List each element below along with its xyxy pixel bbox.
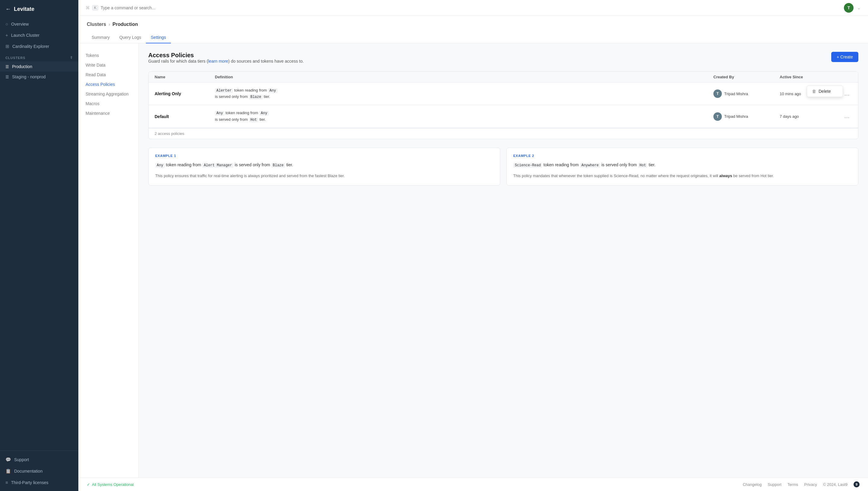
plus-icon: +: [5, 32, 8, 38]
chevron-up-icon: ⇧: [70, 56, 73, 60]
sidebar-bottom: 💬 Support 📋 Documentation ≡ Third-Party …: [0, 451, 78, 491]
settings-layout: Tokens Write Data Read Data Access Polic…: [78, 44, 868, 478]
settings-nav-read-data[interactable]: Read Data: [78, 70, 138, 80]
version: 9: [853, 481, 860, 487]
section-title: Access Policies: [148, 52, 304, 59]
example-rule-2: Science-Read token reading from Anywhere…: [513, 161, 851, 169]
col-actions: [840, 75, 852, 79]
delete-option[interactable]: 🗑 Delete: [807, 86, 843, 97]
sidebar-item-label: Cardinality Explorer: [12, 44, 49, 49]
terms-link[interactable]: Terms: [787, 482, 798, 487]
overview-icon: ○: [5, 21, 8, 27]
sidebar-item-staging[interactable]: ☰ Staging - nonprod: [0, 72, 78, 82]
cluster-label: Staging - nonprod: [12, 75, 46, 79]
section-title-row: Access Policies Guard rails for which da…: [148, 52, 858, 69]
delete-label: Delete: [818, 89, 831, 94]
row-actions: …: [840, 112, 852, 121]
sidebar: ← Levitate ○ Overview + Launch Cluster ⊞…: [0, 0, 78, 491]
check-icon: ✓: [87, 482, 90, 487]
example-badge-1: EXAMPLE 1: [155, 154, 494, 157]
learn-more-link[interactable]: learn more: [208, 59, 228, 63]
more-options-button[interactable]: …: [842, 89, 852, 98]
sidebar-item-label: Launch Cluster: [11, 33, 39, 38]
privacy-link[interactable]: Privacy: [804, 482, 817, 487]
policy-definition: Alerter token reading from Anyis served …: [215, 87, 713, 100]
example-card-1: EXAMPLE 1 Any token reading from Alert M…: [148, 148, 500, 185]
settings-nav-tokens[interactable]: Tokens: [78, 51, 138, 60]
table-row: Default Any token reading from Anyis ser…: [148, 105, 858, 128]
sidebar-item-documentation[interactable]: 📋 Documentation: [0, 465, 78, 477]
sidebar-item-cardinality-explorer[interactable]: ⊞ Cardinality Explorer: [0, 41, 78, 52]
support-link[interactable]: Support: [767, 482, 782, 487]
tab-query-logs[interactable]: Query Logs: [114, 32, 146, 44]
more-options-button[interactable]: …: [842, 112, 852, 121]
copyright: © 2024, Last9: [823, 482, 847, 487]
user-avatar[interactable]: T: [844, 3, 853, 13]
dropdown-menu: 🗑 Delete: [807, 86, 843, 97]
example-card-2: EXAMPLE 2 Science-Read token reading fro…: [506, 148, 858, 185]
col-definition: Definition: [215, 75, 713, 79]
clusters-section-header: CLUSTERS ⇧: [0, 52, 78, 61]
sidebar-item-support[interactable]: 💬 Support: [0, 454, 78, 465]
sidebar-item-label: Documentation: [14, 469, 43, 473]
changelog-link[interactable]: Changelog: [743, 482, 762, 487]
breadcrumb-clusters[interactable]: Clusters: [87, 22, 106, 27]
sidebar-item-launch-cluster[interactable]: + Launch Cluster: [0, 30, 78, 41]
app-logo[interactable]: ← Levitate: [0, 0, 78, 18]
table-header: Name Definition Created By Active Since: [148, 72, 858, 83]
breadcrumb-separator: ›: [109, 22, 110, 27]
create-button[interactable]: + Create: [831, 52, 858, 62]
settings-nav-macros[interactable]: Macros: [78, 99, 138, 109]
status-text: All Systems Operational: [92, 482, 134, 487]
list-icon: ≡: [5, 480, 8, 485]
trash-icon: 🗑: [812, 89, 816, 94]
col-active-since: Active Since: [780, 75, 840, 79]
page-header: Clusters › Production Summary Query Logs…: [78, 16, 868, 44]
example-desc-1: This policy ensures that traffic for rea…: [155, 173, 494, 179]
cluster-icon: ☰: [5, 64, 9, 69]
examples-grid: EXAMPLE 1 Any token reading from Alert M…: [148, 148, 858, 185]
creator-name: Tripad Mishra: [724, 92, 748, 96]
search-area: ⌘ K: [86, 5, 840, 10]
doc-icon: 📋: [5, 468, 11, 474]
sidebar-item-production[interactable]: ☰ Production: [0, 61, 78, 72]
grid-icon: ⊞: [5, 44, 9, 49]
tab-settings[interactable]: Settings: [146, 32, 171, 44]
table-footer: 2 access policies: [148, 128, 858, 139]
example-desc-2: This policy mandates that whenever the t…: [513, 173, 851, 179]
creator-name: Tripad Mishra: [724, 114, 748, 119]
settings-nav-write-data[interactable]: Write Data: [78, 60, 138, 70]
status-indicator: ✓ All Systems Operational: [87, 482, 134, 487]
search-input[interactable]: [101, 5, 840, 10]
back-icon[interactable]: ←: [5, 6, 11, 12]
app-name: Levitate: [14, 6, 34, 12]
creator-avatar: T: [713, 89, 722, 98]
shortcut-symbol: ⌘: [86, 5, 90, 10]
sidebar-item-third-party[interactable]: ≡ Third-Party licenses: [0, 477, 78, 488]
settings-sidebar: Tokens Write Data Read Data Access Polic…: [78, 44, 139, 478]
tabs: Summary Query Logs Settings: [87, 32, 860, 43]
version-badge: 9: [853, 481, 860, 487]
cluster-icon: ☰: [5, 75, 9, 79]
settings-content: Access Policies Guard rails for which da…: [139, 44, 868, 478]
main-area: ⌘ K T ⌄ Clusters › Production Summary Qu…: [78, 0, 868, 491]
example-rule-1: Any token reading from Alert Manager is …: [155, 161, 494, 169]
table-row: Alerting Only Alerter token reading from…: [148, 83, 858, 105]
sidebar-nav: ○ Overview + Launch Cluster ⊞ Cardinalit…: [0, 18, 78, 52]
policy-creator: T Tripad Mishra: [713, 89, 780, 98]
sidebar-item-label: Overview: [11, 22, 29, 27]
sidebar-item-overview[interactable]: ○ Overview: [0, 18, 78, 30]
col-created-by: Created By: [713, 75, 780, 79]
footer-links: Changelog Support Terms Privacy © 2024, …: [743, 481, 860, 487]
example-badge-2: EXAMPLE 2: [513, 154, 851, 157]
tab-summary[interactable]: Summary: [87, 32, 114, 44]
chevron-down-icon: ⌄: [857, 5, 861, 10]
cluster-label: Production: [12, 64, 32, 69]
col-name: Name: [155, 75, 215, 79]
creator-avatar: T: [713, 112, 722, 121]
settings-nav-streaming[interactable]: Streaming Aggregation: [78, 89, 138, 99]
settings-nav-access-policies[interactable]: Access Policies: [78, 80, 138, 89]
settings-nav-maintenance[interactable]: Maintenance: [78, 109, 138, 118]
policy-definition: Any token reading from Anyis served only…: [215, 110, 713, 123]
section-description: Guard rails for which data tiers (learn …: [148, 59, 304, 63]
